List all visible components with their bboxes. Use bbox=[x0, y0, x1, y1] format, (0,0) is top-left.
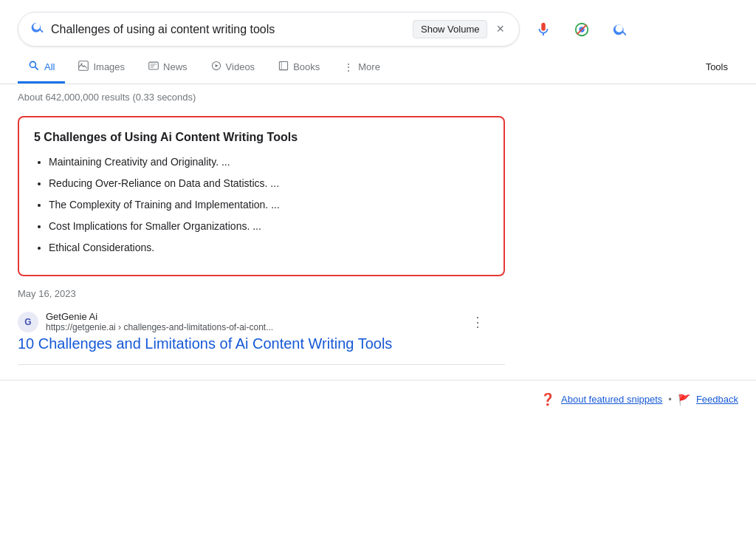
divider bbox=[18, 364, 505, 365]
search-bar-icon bbox=[30, 20, 45, 38]
svg-rect-12 bbox=[280, 61, 288, 69]
tab-more-label: More bbox=[358, 61, 380, 72]
results-count: About 642,000,000 results (0.33 seconds) bbox=[18, 92, 196, 103]
list-item: The Complexity of Training and Implement… bbox=[49, 197, 489, 213]
tab-more[interactable]: ⋮ More bbox=[333, 54, 391, 83]
tab-tools[interactable]: Tools bbox=[695, 54, 738, 82]
help-icon: ❓ bbox=[540, 392, 555, 406]
featured-snippet-box: 5 Challenges of Using Ai Content Writing… bbox=[18, 116, 505, 276]
list-item: Reducing Over-Reliance on Data and Stati… bbox=[49, 176, 489, 191]
results-info: About 642,000,000 results (0.33 seconds) bbox=[0, 84, 756, 110]
search-bar: Challenges of using ai content writing t… bbox=[18, 12, 520, 47]
videos-icon bbox=[211, 61, 221, 73]
more-options-icon[interactable]: ⋮ bbox=[471, 314, 484, 330]
svg-line-3 bbox=[35, 67, 38, 70]
snippet-title: 5 Challenges of Using Ai Content Writing… bbox=[34, 131, 489, 144]
feedback-link[interactable]: Feedback bbox=[696, 394, 738, 405]
tab-all-label: All bbox=[44, 61, 55, 72]
svg-point-2 bbox=[30, 61, 35, 67]
show-volume-button[interactable]: Show Volume bbox=[413, 20, 488, 38]
result-source: G GetGenie Ai https://getgenie.ai › chal… bbox=[18, 311, 484, 332]
mic-button[interactable] bbox=[529, 15, 558, 44]
lens-button[interactable] bbox=[567, 15, 597, 44]
snippet-list: Maintaining Creativity and Originality. … bbox=[34, 154, 489, 256]
tab-news[interactable]: News bbox=[138, 53, 198, 83]
tab-news-label: News bbox=[163, 61, 188, 72]
favicon-letter: G bbox=[24, 317, 31, 327]
result-favicon: G bbox=[18, 312, 38, 332]
tab-videos[interactable]: Videos bbox=[201, 53, 266, 83]
news-icon bbox=[148, 61, 159, 73]
list-item: Ethical Considerations. bbox=[49, 240, 489, 256]
more-icon: ⋮ bbox=[343, 61, 354, 73]
result-url: https://getgenie.ai › challenges-and-lim… bbox=[46, 322, 273, 332]
header: Challenges of using ai content writing t… bbox=[0, 0, 756, 47]
tab-images[interactable]: Images bbox=[68, 53, 135, 83]
tab-books-label: Books bbox=[293, 61, 320, 72]
all-icon bbox=[28, 60, 40, 74]
result-title-link[interactable]: 10 Challenges and Limitations of Ai Cont… bbox=[18, 335, 484, 352]
result-site-name: GetGenie Ai bbox=[46, 311, 273, 322]
tab-videos-label: Videos bbox=[226, 61, 255, 72]
result-source-info: GetGenie Ai https://getgenie.ai › challe… bbox=[46, 311, 273, 332]
images-icon bbox=[78, 61, 89, 73]
search-query-text: Challenges of using ai content writing t… bbox=[51, 23, 407, 36]
search-submit-button[interactable] bbox=[605, 15, 635, 44]
nav-tabs: All Images News Videos Books ⋮ More Tool… bbox=[0, 52, 756, 84]
result-date: May 16, 2023 bbox=[0, 282, 756, 305]
close-button[interactable]: × bbox=[493, 18, 507, 40]
list-item: Cost Implications for Smaller Organizati… bbox=[49, 219, 489, 234]
feedback-icon: 🚩 bbox=[678, 394, 690, 406]
svg-marker-11 bbox=[215, 64, 218, 67]
list-item: Maintaining Creativity and Originality. … bbox=[49, 154, 489, 170]
tab-tools-label: Tools bbox=[706, 61, 728, 72]
tab-all[interactable]: All bbox=[18, 52, 65, 83]
result-item: G GetGenie Ai https://getgenie.ai › chal… bbox=[0, 305, 502, 358]
footer-separator: • bbox=[668, 394, 672, 405]
tab-images-label: Images bbox=[93, 61, 125, 72]
tab-books[interactable]: Books bbox=[268, 53, 330, 83]
books-icon bbox=[278, 61, 289, 73]
footer-bar: ❓ About featured snippets • 🚩 Feedback bbox=[0, 380, 756, 418]
about-featured-snippets-link[interactable]: About featured snippets bbox=[561, 394, 662, 405]
